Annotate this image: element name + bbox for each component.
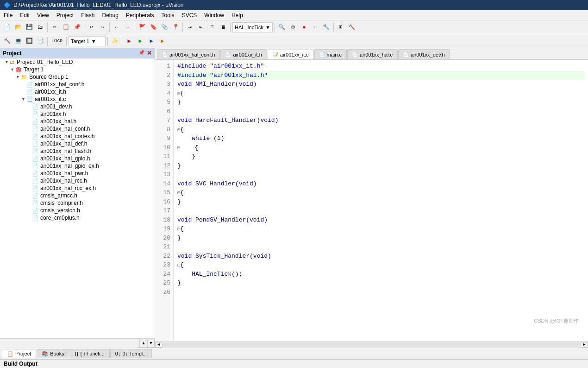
tree-item-10[interactable]: 📄air001xx_hal_cortex.h: [0, 133, 155, 140]
toolbar-wrench-btn[interactable]: 🔨: [347, 22, 357, 32]
toolbar-b4[interactable]: 📍: [170, 22, 181, 32]
toolbar-layers-btn[interactable]: 📑: [35, 36, 45, 46]
toolbar-debug1-btn[interactable]: ▶: [124, 36, 134, 46]
toolbar-undo-btn[interactable]: ↩: [86, 22, 96, 32]
toolbar-cut-btn[interactable]: ✂: [50, 22, 60, 32]
tree-item-21[interactable]: 📄core_cm0plus.h: [0, 214, 155, 222]
toolbar-grid-btn[interactable]: ⊞: [336, 22, 346, 32]
menu-item-tools[interactable]: Tools: [158, 11, 178, 19]
menu-item-edit[interactable]: Edit: [16, 11, 33, 19]
scroll-up-btn[interactable]: ▲: [140, 339, 147, 348]
fold-4[interactable]: ⊟: [177, 91, 180, 96]
toolbar-build-btn[interactable]: 🔨: [2, 36, 12, 46]
toolbar-debug2-btn[interactable]: ▶: [135, 36, 145, 46]
tree-item-15[interactable]: 📄air001xx_hal_pwr.h: [0, 170, 155, 177]
tree-expand-1[interactable]: ▼: [10, 67, 14, 72]
tree-item-7[interactable]: 📄air001xx.h: [0, 110, 155, 118]
fold-19[interactable]: ⊟: [177, 227, 180, 232]
tab-main-c[interactable]: 📄main.c: [314, 49, 347, 59]
bottom-tab-2[interactable]: {} { } Functi...: [70, 349, 110, 358]
toolbar-debug3-btn[interactable]: ▶: [146, 36, 156, 46]
target-dropdown[interactable]: Target 1 ▼: [69, 36, 106, 46]
tab-air001xx_it-c[interactable]: 📝air001xx_it.c: [268, 50, 314, 60]
menu-item-peripherals[interactable]: Peripherals: [122, 11, 158, 19]
toolbar-b1[interactable]: 🚩: [137, 22, 147, 32]
fold-8[interactable]: ⊟: [177, 127, 180, 133]
toolbar-gear-btn[interactable]: ⚙: [288, 22, 298, 32]
tree-item-16[interactable]: 📄air001xx_hal_rcc.h: [0, 177, 155, 184]
toolbar-chip-btn[interactable]: 🔲: [24, 36, 34, 46]
func-dropdown-arrow[interactable]: ▼: [265, 25, 270, 30]
scroll-right-btn[interactable]: ►: [581, 342, 588, 348]
toolbar-search-btn[interactable]: 🔍: [277, 22, 287, 32]
tree-item-4[interactable]: 📄air001xx_it.h: [0, 88, 155, 95]
toolbar-new-btn[interactable]: 📄: [2, 22, 12, 32]
toolbar-c2[interactable]: ≣: [218, 22, 228, 32]
tab-air001xx_hal_conf-h[interactable]: 📄air001xx_hal_conf.h: [157, 49, 220, 59]
tree-expand-2[interactable]: ▼: [16, 75, 20, 79]
menu-item-svcs[interactable]: SVCS: [178, 11, 201, 19]
target-arrow[interactable]: ▼: [91, 38, 96, 44]
fold-10[interactable]: ⊟: [177, 146, 180, 151]
tree-item-0[interactable]: ▼🗂Project: 01_Hello_LED: [0, 58, 155, 66]
tree-item-2[interactable]: ▼📁Source Group 1: [0, 73, 155, 81]
toolbar-load-btn[interactable]: LOAD: [50, 36, 64, 46]
toolbar-saveall-btn[interactable]: 🗂: [35, 22, 45, 32]
h-scrollbar[interactable]: ◄ ►: [155, 341, 588, 348]
menu-item-view[interactable]: View: [33, 11, 53, 19]
tree-expand-5[interactable]: ▼: [21, 97, 25, 102]
toolbar-debug4-btn[interactable]: ▶: [157, 36, 168, 46]
tree-item-6[interactable]: 📄air001_dev.h: [0, 103, 155, 110]
toolbar-cpu-btn[interactable]: 💻: [13, 36, 23, 46]
tree-item-18[interactable]: 📄cmsis_armcc.h: [0, 192, 155, 199]
toolbar-b2[interactable]: 🔖: [148, 22, 158, 32]
code-content[interactable]: #include "air001xx_it.h" #include "air00…: [174, 60, 588, 341]
toolbar-circle-btn[interactable]: ○: [310, 22, 320, 32]
toolbar-back-btn[interactable]: ←: [112, 22, 122, 32]
tree-item-13[interactable]: 📄air001xx_hal_gpio.h: [0, 155, 155, 162]
toolbar-magic-btn[interactable]: ✨: [110, 36, 120, 46]
menu-item-debug[interactable]: Debug: [99, 11, 122, 19]
tab-air001xx_hal-c[interactable]: 📄air001xx_hal.c: [347, 49, 398, 59]
tree-item-1[interactable]: ▼🎯Target 1: [0, 66, 155, 73]
bottom-tab-1[interactable]: 📚 Books: [37, 349, 69, 358]
tree-item-19[interactable]: 📄cmsis_compiler.h: [0, 199, 155, 207]
tab-air001xx_it-h[interactable]: 📄air001xx_it.h: [220, 49, 267, 59]
toolbar-outdent-btn[interactable]: ⇤: [196, 22, 206, 32]
scroll-down-btn[interactable]: ▼: [147, 339, 155, 348]
tree-item-20[interactable]: 📄cmsis_version.h: [0, 207, 155, 214]
bottom-tab-3[interactable]: 0↓ 0↓ Templ...: [110, 349, 152, 358]
toolbar-b3[interactable]: 📎: [159, 22, 169, 32]
menu-item-window[interactable]: Window: [200, 11, 228, 19]
tree-item-12[interactable]: 📄air001xx_hal_flash.h: [0, 147, 155, 155]
toolbar-save-btn[interactable]: 💾: [24, 22, 34, 32]
tree-item-9[interactable]: 📄air001xx_hal_conf.h: [0, 125, 155, 133]
menu-item-file[interactable]: File: [0, 11, 16, 19]
toolbar-red-circle-btn[interactable]: ●: [299, 22, 309, 32]
tree-item-8[interactable]: 📄air001xx_hal.h: [0, 118, 155, 125]
toolbar-open-btn[interactable]: 📂: [13, 22, 23, 32]
fold-15[interactable]: ⊟: [177, 190, 180, 196]
bottom-tab-0[interactable]: 📋 Project: [2, 349, 36, 358]
close-icon[interactable]: ✕: [147, 50, 152, 57]
func-dropdown[interactable]: HAL_IncTick ▼: [232, 22, 273, 32]
tree-item-3[interactable]: 📄air001xx_hal_conf.h: [0, 81, 155, 88]
toolbar-fwd-btn[interactable]: →: [123, 22, 133, 32]
tree-item-11[interactable]: 📄air001xx_hal_def.h: [0, 140, 155, 147]
tree-item-14[interactable]: 📄air001xx_hal_gpio_ex.h: [0, 162, 155, 170]
pin-icon[interactable]: 📌: [138, 50, 145, 57]
tree-item-5[interactable]: ▼📃air001xx_it.c: [0, 95, 155, 103]
menu-item-help[interactable]: Help: [228, 11, 247, 19]
toolbar-copy-btn[interactable]: 📋: [61, 22, 71, 32]
tree-item-17[interactable]: 📄air001xx_hal_rcc_ex.h: [0, 184, 155, 192]
menu-item-project[interactable]: Project: [53, 11, 77, 19]
menu-item-flash[interactable]: Flash: [77, 11, 98, 19]
tab-air001xx_dev-h[interactable]: 📄air001xx_dev.h: [398, 49, 450, 59]
toolbar-settings-btn[interactable]: 🔧: [321, 22, 332, 32]
scroll-left-btn[interactable]: ◄: [155, 342, 163, 348]
tree-expand-0[interactable]: ▼: [5, 60, 9, 64]
toolbar-redo-btn[interactable]: ↪: [97, 22, 107, 32]
toolbar-c1[interactable]: ≡: [207, 22, 217, 32]
code-container[interactable]: 1234567891011121314151617181920212223242…: [155, 60, 588, 341]
toolbar-indent-btn[interactable]: ⇥: [185, 22, 195, 32]
